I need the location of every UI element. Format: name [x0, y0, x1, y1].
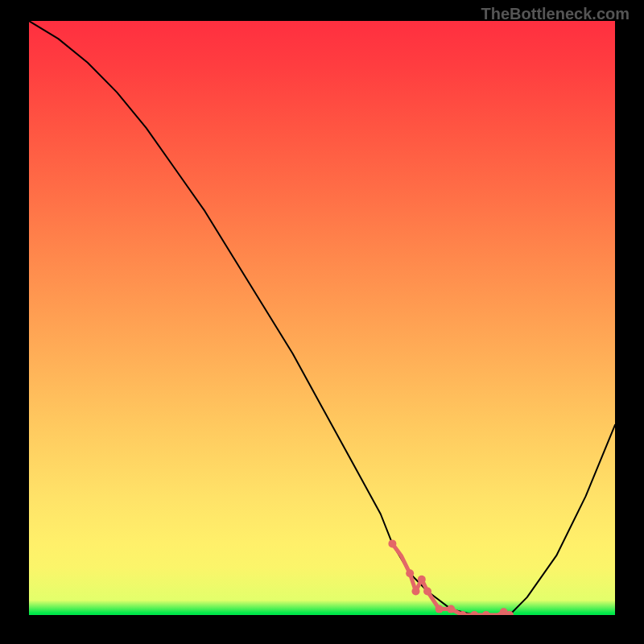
- highlight-dot: [447, 605, 455, 613]
- chart-svg: [29, 21, 615, 615]
- highlight-dot: [482, 611, 490, 615]
- highlight-dot: [412, 588, 420, 596]
- highlight-dot: [423, 588, 431, 596]
- highlight-dot: [388, 539, 396, 547]
- bottleneck-curve: [29, 21, 615, 615]
- highlight-dot: [470, 611, 478, 615]
- highlight-dot: [418, 576, 426, 584]
- highlight-dot: [406, 569, 414, 577]
- highlight-dot: [436, 605, 444, 613]
- watermark-text: TheBottleneck.com: [481, 5, 630, 23]
- plot-area: [29, 21, 615, 615]
- highlight-flat-segment: [392, 543, 510, 615]
